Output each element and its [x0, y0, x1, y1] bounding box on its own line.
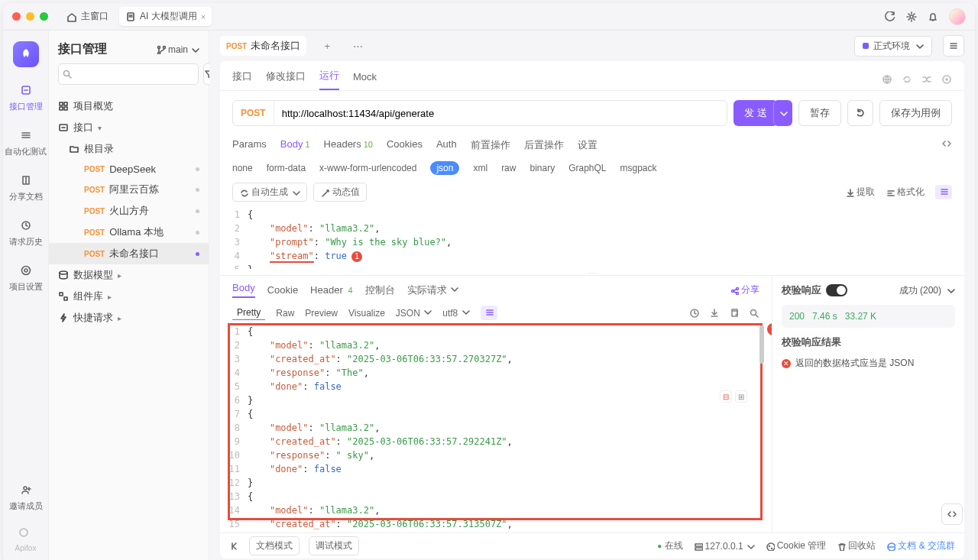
save-icon[interactable] — [689, 308, 700, 319]
host-selector[interactable]: 127.0.0.1 — [694, 541, 755, 552]
float-button[interactable] — [941, 503, 963, 525]
refresh-icon[interactable] — [902, 74, 912, 85]
view-encoding[interactable]: utf8 — [442, 307, 469, 319]
search-input[interactable] — [58, 63, 199, 85]
method-selector[interactable]: POST — [233, 101, 274, 125]
tab-body[interactable]: Body1 — [280, 138, 310, 152]
tree-item-aliyun[interactable]: POST阿里云百炼 — [49, 179, 209, 200]
close-icon[interactable] — [12, 12, 21, 21]
view-more[interactable] — [481, 306, 497, 320]
rail-api-mgmt[interactable]: 接口管理 — [9, 83, 43, 112]
close-tab-icon[interactable]: × — [201, 12, 206, 21]
resp-tab-console[interactable]: 控制台 — [365, 283, 395, 297]
doc-mode-button[interactable]: 文档模式 — [249, 536, 300, 555]
feedback-button[interactable]: 文档 & 交流群 — [886, 539, 955, 552]
doc-tab[interactable]: AI 大模型调用 × — [119, 7, 212, 26]
body-type-json[interactable]: json — [430, 161, 459, 175]
code-view-button[interactable] — [941, 138, 952, 152]
tree-item-deepseek[interactable]: POSTDeepSeek — [49, 160, 209, 179]
validate-toggle[interactable] — [826, 284, 847, 296]
reset-button[interactable] — [847, 100, 873, 126]
view-raw[interactable]: Raw — [276, 308, 294, 319]
collapse-icon[interactable]: ⊟ — [720, 390, 732, 403]
collapse-left-icon[interactable] — [229, 541, 240, 552]
view-visualize[interactable]: Visualize — [348, 308, 385, 319]
tab-params[interactable]: Params — [232, 138, 267, 152]
rail-invite[interactable]: 邀请成员 — [9, 482, 43, 512]
main-window-tab[interactable]: 主窗口 — [60, 7, 115, 26]
autogen-button[interactable]: 自动生成 — [232, 183, 307, 202]
rail-share-doc[interactable]: 分享文档 — [9, 173, 43, 202]
tab-settings[interactable]: 设置 — [578, 138, 597, 152]
subtab-run[interactable]: 运行 — [319, 69, 339, 90]
target-icon[interactable] — [941, 74, 952, 85]
tree-overview[interactable]: 项目概览 — [49, 95, 209, 117]
environment-selector[interactable]: 正式环境 — [854, 36, 932, 57]
dynamic-value-button[interactable]: 动态值 — [313, 183, 367, 202]
request-tab[interactable]: POST 未命名接口 — [220, 36, 306, 56]
globe-icon[interactable] — [882, 74, 892, 85]
scrollbar-thumb[interactable] — [759, 325, 764, 364]
menu-button[interactable] — [943, 35, 964, 57]
minimize-icon[interactable] — [26, 12, 34, 21]
chevron-down-icon[interactable] — [946, 286, 955, 295]
resp-tab-header[interactable]: Header 4 — [310, 284, 352, 296]
copy-icon[interactable] — [729, 308, 740, 319]
save-temp-button[interactable]: 暂存 — [798, 100, 841, 126]
trash-button[interactable]: 回收站 — [837, 539, 876, 552]
window-controls[interactable] — [12, 12, 48, 21]
cookie-mgmt-button[interactable]: Cookie 管理 — [766, 539, 827, 552]
rail-history[interactable]: 请求历史 — [9, 218, 43, 248]
body-type-urlencoded[interactable]: x-www-form-urlencoded — [319, 163, 416, 173]
tree-components[interactable]: 组件库▸ — [49, 286, 209, 307]
bell-icon[interactable] — [928, 11, 938, 22]
new-tab-button[interactable]: + — [317, 36, 337, 56]
subtab-edit[interactable]: 修改接口 — [266, 70, 306, 89]
tab-more-button[interactable]: ⋯ — [348, 36, 368, 56]
subtab-api[interactable]: 接口 — [232, 70, 252, 89]
tree-api-root[interactable]: 接口 ▾ — [49, 117, 209, 138]
tab-auth[interactable]: Auth — [436, 138, 457, 152]
branch-selector[interactable]: main — [157, 44, 199, 55]
resp-tab-cookie[interactable]: Cookie — [267, 284, 298, 296]
tree-item-volcano[interactable]: POST火山方舟 — [49, 200, 209, 222]
body-type-none[interactable]: none — [232, 163, 253, 173]
app-logo[interactable] — [13, 41, 39, 67]
resize-handle[interactable]: ⋯ — [220, 269, 964, 275]
more-button[interactable] — [935, 185, 952, 199]
format-button[interactable]: 格式化 — [886, 185, 925, 199]
tree-item-unnamed[interactable]: POST未命名接口 — [49, 243, 209, 264]
settings-icon[interactable] — [906, 11, 917, 22]
body-type-graphql[interactable]: GraphQL — [568, 163, 606, 173]
expand-icon[interactable]: ⊞ — [735, 390, 747, 403]
body-type-raw[interactable]: raw — [501, 163, 516, 173]
maximize-icon[interactable] — [40, 12, 48, 21]
shuffle-icon[interactable] — [921, 74, 932, 85]
view-pretty[interactable]: Pretty — [232, 306, 265, 320]
tab-pre[interactable]: 前置操作 — [471, 138, 510, 152]
url-input[interactable] — [274, 108, 727, 119]
body-type-msgpack[interactable]: msgpack — [620, 163, 657, 173]
view-type[interactable]: JSON — [396, 307, 432, 319]
response-body-viewer[interactable]: 1{2 "model": "llama3.2",3 "created_at": … — [220, 323, 772, 532]
tab-cookies[interactable]: Cookies — [387, 138, 423, 152]
tree-item-ollama[interactable]: POSTOllama 本地 — [49, 222, 209, 243]
avatar[interactable] — [949, 8, 966, 25]
save-case-button[interactable]: 保存为用例 — [879, 100, 952, 126]
rail-auto-test[interactable]: 自动化测试 — [5, 128, 47, 157]
rail-settings[interactable]: 项目设置 — [9, 263, 43, 293]
search-icon[interactable] — [749, 308, 759, 319]
resp-tab-body[interactable]: Body — [232, 282, 255, 298]
tab-headers[interactable]: Headers10 — [324, 138, 373, 152]
send-button[interactable]: 发 送 — [734, 100, 778, 126]
body-type-formdata[interactable]: form-data — [267, 163, 306, 173]
resp-tab-actual[interactable]: 实际请求 — [407, 283, 459, 297]
debug-mode-button[interactable]: 调试模式 — [309, 536, 359, 555]
tree-shortcuts[interactable]: 快捷请求▸ — [49, 307, 209, 329]
body-type-binary[interactable]: binary — [529, 163, 555, 173]
send-dropdown[interactable] — [773, 100, 792, 126]
download-icon[interactable] — [709, 308, 720, 319]
share-button[interactable]: 分享 — [730, 283, 759, 296]
tree-data-model[interactable]: 数据模型▸ — [49, 264, 209, 286]
refresh-icon[interactable] — [885, 11, 895, 22]
